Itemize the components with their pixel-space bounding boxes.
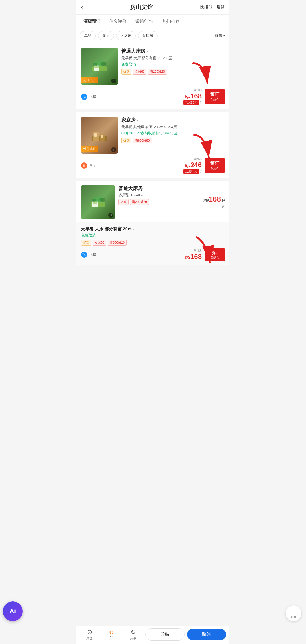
room-card-1-name[interactable]: 普通大床房 › (121, 48, 225, 54)
room-card-1-image-wrap[interactable]: 8 超值低价 (81, 48, 118, 85)
room-card-1-booking-row: 飞 飞猪 ¥188 均¥168 已减80元 ? 预订 在线付 (81, 88, 225, 105)
expanded-room-info: 普通大床房 多床型 15-40㎡ 立减 满200减20 (118, 185, 200, 219)
expanded-room-section: 8 普通大床房 多床型 15-40㎡ 立减 满200减20 均¥168起 ∧ (76, 181, 230, 265)
room-card-2-image-wrap[interactable]: 1 性价比高 (81, 117, 118, 154)
sub-option-tag-1: 立减60 (93, 240, 106, 246)
expand-toggle-button[interactable]: ∧ (221, 204, 225, 210)
room-card-1-price: ¥188 均¥168 已减80元 ? (183, 88, 202, 105)
room-card-1-arrow: › (146, 49, 148, 54)
expanded-room-image-wrap[interactable]: 8 (81, 185, 115, 219)
room-card-2-name[interactable]: 家庭房 › (121, 117, 225, 123)
filter-bar: 单早 双早 大床房 双床房 筛选 ▾ (76, 28, 230, 43)
expanded-room-header: 8 普通大床房 多床型 15-40㎡ 立减 满200减20 均¥168起 ∧ (76, 181, 230, 222)
svg-rect-10 (94, 133, 97, 137)
room-card-1-desc: 无早餐 大床 部分有窗 20㎡ 3层 (121, 56, 225, 61)
room-card-1-cancel: 免费取消 (121, 62, 225, 67)
sub-option-platform: 飞 飞猪 (81, 252, 96, 258)
room-card-2-current-price: 均¥246 (183, 161, 202, 169)
room-card-1-book-button[interactable]: 预订 在线付 (205, 89, 225, 104)
feizhu-icon: 飞 (81, 94, 87, 100)
sub-option-book-button[interactable]: 预... 在线付 (205, 248, 225, 261)
room-card-2-info: 家庭房 › 无早餐 其他床 有窗 20-35㎡ 2-4层 04月28日22点前取… (121, 117, 225, 154)
sub-option-tag-0: 优选 (81, 240, 91, 246)
expanded-room-tag-1: 满200减20 (130, 199, 149, 205)
room-card-2-badge: 性价比高 (81, 146, 98, 152)
header-actions: 找相似 反馈 (200, 5, 225, 10)
tab-reviews[interactable]: 住客评价 (105, 15, 131, 28)
sub-option-platform-icon: 飞 (81, 252, 87, 258)
expanded-room-tag-0: 立减 (118, 199, 129, 205)
expanded-room-tags: 立减 满200减20 (118, 199, 200, 205)
filter-twin-bed[interactable]: 双床房 (138, 31, 158, 40)
room-card-1-tag-2: 满200减20 (148, 69, 167, 75)
room-card-2-desc: 无早餐 其他床 有窗 20-35㎡ 2-4层 (121, 124, 225, 130)
room-card-2-reduced: 已减80元 ? (183, 169, 202, 174)
sub-option-platform-name: 飞猪 (89, 252, 96, 257)
sub-option-price: ¥188 均¥168 (185, 249, 202, 261)
feedback-button[interactable]: 反馈 (216, 5, 225, 10)
filter-single-breakfast[interactable]: 单早 (80, 31, 96, 40)
help-icon-2[interactable]: ? (200, 169, 202, 174)
sub-option-current-price: 均¥168 (185, 253, 202, 261)
main-content: 8 超值低价 普通大床房 › 无早餐 大床 部分有窗 20㎡ 3层 免费取消 优… (76, 43, 230, 297)
filter-more-label: 筛选 (215, 33, 222, 38)
room-card-1-platform: 飞 飞猪 (81, 94, 96, 100)
room-card-1-original-price: ¥188 (183, 88, 202, 92)
room-card-1-reduced: 已减80元 ? (183, 100, 202, 105)
expanded-room-avg-price: 均¥168起 (203, 195, 225, 204)
room-card-2-tag-1: 满800减80 (133, 138, 152, 143)
filter-king-bed[interactable]: 大床房 (116, 31, 136, 40)
room-card-1: 8 超值低价 普通大床房 › 无早餐 大床 部分有窗 20㎡ 3层 免费取消 优… (76, 43, 230, 109)
room-card-2-cancel: 04月28日22点前取消扣订19%订金 (121, 131, 225, 136)
room-card-1-tag-1: 立减60 (133, 69, 146, 75)
room-card-2-platform-name: 喜玩 (89, 163, 96, 168)
room-card-2-price: ¥266 均¥246 已减80元 ? (183, 157, 202, 174)
svg-point-4 (93, 63, 97, 66)
svg-point-5 (101, 62, 107, 66)
find-similar-button[interactable]: 找相似 (200, 5, 212, 10)
page-title: 房山宾馆 (130, 3, 153, 11)
room-card-1-top: 8 超值低价 普通大床房 › 无早餐 大床 部分有窗 20㎡ 3层 免费取消 优… (81, 48, 225, 85)
room-card-2-top: 1 性价比高 家庭房 › 无早餐 其他床 有窗 20-35㎡ 2-4层 04月2… (81, 117, 225, 154)
svg-rect-11 (101, 135, 103, 138)
help-icon[interactable]: ? (200, 100, 202, 105)
filter-double-breakfast[interactable]: 双早 (98, 31, 114, 40)
room-card-1-tags: 优选 立减60 满200减20 (121, 69, 225, 75)
sub-option-title-arrow: › (133, 227, 134, 231)
bottom-spacer (76, 268, 230, 274)
svg-point-18 (99, 198, 105, 202)
room-card-1-price-book: ¥188 均¥168 已减80元 ? 预订 在线付 (183, 88, 225, 105)
room-card-2-price-book: ¥266 均¥246 已减80元 ? 预订 在线付 (183, 157, 225, 174)
room-card-1-current-price: 均¥168 (183, 92, 202, 100)
expanded-room-name[interactable]: 普通大床房 (118, 185, 200, 192)
room-card-1-platform-name: 飞猪 (89, 94, 96, 99)
chevron-down-icon: ▾ (223, 34, 225, 38)
room-card-2-tag-0: 优选 (121, 138, 131, 143)
sub-option-tags: 优选 立减60 满200减20 (81, 240, 225, 246)
tab-facilities[interactable]: 设施/详情 (131, 15, 158, 28)
room-card-1-image-count: 8 (111, 79, 116, 83)
sub-option-row: 无早餐 大床 部分有窗 20㎡ › 免费取消 优选 立减60 满200减20 飞… (76, 222, 230, 265)
filter-more-button[interactable]: 筛选 ▾ (215, 33, 226, 38)
room-card-2-book-button[interactable]: 预订 在线付 (205, 158, 225, 173)
sub-option-price-book: ¥188 均¥168 预... 在线付 (185, 248, 225, 261)
tab-hotel-booking[interactable]: 酒店预订 (79, 15, 105, 28)
back-button[interactable]: ‹ (81, 4, 83, 11)
room-card-2-arrow: › (137, 118, 138, 123)
tab-bar: 酒店预订 住客评价 设施/详情 热门推荐 (76, 15, 230, 28)
room-card-1-tag-0: 优选 (121, 69, 131, 75)
room-card-2-platform: 喜 喜玩 (81, 162, 96, 169)
xiwan-icon: 喜 (81, 162, 87, 169)
svg-point-17 (92, 199, 96, 202)
room-card-1-badge: 超值低价 (81, 77, 98, 83)
room-card-2-image-count: 1 (111, 147, 116, 152)
tab-hot-recommend[interactable]: 热门推荐 (158, 15, 184, 28)
sub-option-title[interactable]: 无早餐 大床 部分有窗 20㎡ › (81, 226, 225, 232)
sub-option-original-price: ¥188 (185, 249, 202, 253)
expanded-room-price: 均¥168起 ∧ (203, 185, 225, 219)
room-card-2: 1 性价比高 家庭房 › 无早餐 其他床 有窗 20-35㎡ 2-4层 04月2… (76, 112, 230, 178)
sub-option-tag-2: 满200减20 (108, 240, 127, 246)
expanded-room-desc: 多床型 15-40㎡ (118, 193, 200, 198)
room-card-1-info: 普通大床房 › 无早餐 大床 部分有窗 20㎡ 3层 免费取消 优选 立减60 … (121, 48, 225, 85)
room-card-2-tags: 优选 满800减80 (121, 138, 225, 143)
